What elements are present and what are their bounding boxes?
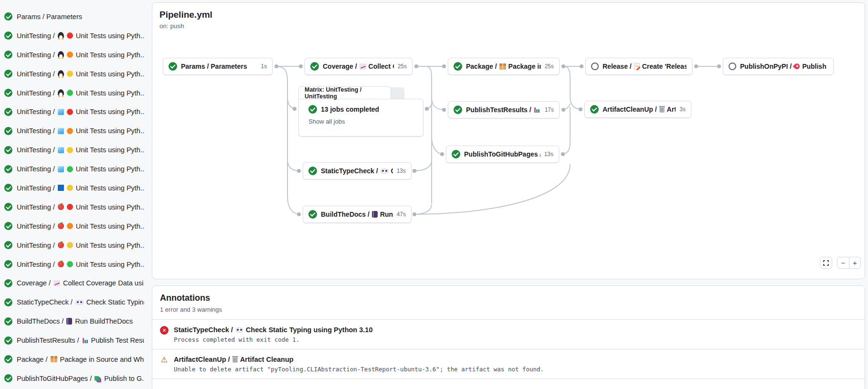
job-label: UnitTesting / [17,89,55,97]
sidebar-job-item[interactable]: UnitTesting /Unit Tests using Pyth... [0,217,144,236]
success-icon [4,165,12,173]
job-node-publish-on-pypi[interactable]: PublishOnPyPI /Publish to ... [723,58,834,75]
job-node-package[interactable]: Package /Package in So... 25s [448,58,560,75]
job-label: Check Static Typing... [86,298,144,306]
sidebar-job-item[interactable]: UnitTesting /Unit Tests using Pyth... [0,179,144,198]
success-icon [310,62,319,71]
job-label: Unit Tests using Pyth... [76,184,144,192]
job-label: UnitTesting / [17,165,55,173]
job-duration: 3s [679,106,686,113]
job-label: UnitTesting / [17,108,55,116]
sidebar-job-item[interactable]: Params / Parameters [0,7,144,26]
layers-icon [95,376,99,380]
matrix-group[interactable]: 13 jobs completed Show all jobs [298,99,423,137]
eyes-icon [381,168,389,174]
coverage-chart-icon [53,280,60,286]
job-label: Unit Tests using Pyth... [76,146,144,154]
job-duration: 25s [398,63,407,70]
job-label: UnitTesting / [17,51,55,59]
python-version-icon [67,32,73,39]
os-icon [58,261,64,267]
success-icon [4,108,12,116]
sidebar-job-item[interactable]: UnitTesting /Unit Tests using Pyth... [0,198,144,217]
workflow-file-title: Pipeline.yml [159,10,212,20]
fullscreen-button[interactable] [820,257,832,269]
sidebar-job-item[interactable]: UnitTesting /Unit Tests using Pyth... [0,84,144,103]
sidebar-job-item[interactable]: UnitTesting /Unit Tests using Pyth... [0,236,144,255]
job-node-static-type-check[interactable]: StaticTypeCheck /Chec... 13s [303,162,412,179]
sidebar-job-item[interactable]: BuildTheDocs /Run BuildTheDocs [0,312,144,331]
sidebar-job-item[interactable]: UnitTesting /Unit Tests using Pyth... [0,64,144,84]
matrix-summary: 13 jobs completed [321,105,379,113]
sidebar-job-item[interactable]: Package /Package in Source and Wh... [0,350,144,369]
os-icon [58,109,64,115]
sidebar-job-item[interactable]: UnitTesting /Unit Tests using Pyth... [0,26,144,45]
job-node-build-the-docs[interactable]: BuildTheDocs /Run Buil... 47s [303,206,412,223]
job-duration: 17s [545,106,554,113]
job-label: UnitTesting / [17,222,55,230]
success-icon [4,317,12,326]
python-version-icon [67,128,73,134]
job-label: Params / Parameters [17,13,82,21]
python-version-icon [67,261,73,267]
package-icon [51,356,57,362]
job-label: Collect Coverage Data usi... [63,279,144,287]
sidebar-job-item[interactable]: UnitTesting /Unit Tests using Pyth... [0,255,144,274]
zoom-controls: − + [837,257,861,269]
job-duration: 13s [544,151,553,158]
os-icon [58,89,64,96]
sidebar-job-item[interactable]: PublishTestResults /Publish Test Resu... [0,331,144,350]
success-icon [454,62,462,71]
job-node-artifact-cleanup[interactable]: ArtifactCleanUp /Artifac... 3s [584,101,691,118]
notebook-icon [66,318,72,325]
skipped-icon [591,63,599,70]
job-label: PublishToGitHubPages / [17,375,92,382]
sidebar-job-item[interactable]: UnitTesting /Unit Tests using Pyth... [0,45,144,64]
matrix-tab[interactable]: Matrix: UnitTesting / UnitTesting [298,86,391,99]
job-label: Unit Tests using Pyth... [76,70,144,78]
os-icon [58,204,64,210]
notebook-icon [372,211,378,218]
job-node-publish-test-results[interactable]: PublishTestResults /Pu... 17s [448,101,560,118]
job-label: UnitTesting / [17,203,55,211]
sidebar-job-item[interactable]: UnitTesting /Unit Tests using Pyth... [0,121,144,140]
os-icon [58,32,64,39]
sidebar-job-item[interactable]: UnitTesting /Unit Tests using Pyth... [0,159,144,179]
zoom-in-button[interactable]: + [849,257,860,268]
sidebar-job-item[interactable]: PublishToGitHubPages /Publish to G... [0,369,144,388]
job-node-release[interactable]: Release /Create 'Release P... [585,58,692,75]
sidebar-job-item[interactable]: Coverage /Collect Coverage Data usi... [0,273,144,293]
job-label: Publish Test Resu... [91,336,144,344]
python-version-icon [67,242,73,248]
bar-chart-icon [82,337,88,344]
success-icon [4,241,12,249]
job-label: UnitTesting / [17,261,55,268]
job-node-publish-to-github-pages[interactable]: PublishToGitHubPages /... 13s [446,146,559,163]
sidebar-job-item[interactable]: UnitTesting /Unit Tests using Pyth... [0,140,144,159]
job-node-coverage[interactable]: Coverage /Collect Cove... 25s [305,58,413,75]
os-icon [58,223,64,229]
annotation-detail: Process completed with exit code 1. [174,336,372,343]
job-label: UnitTesting / [17,32,55,40]
python-version-icon [67,223,73,229]
eyes-icon [75,300,84,305]
success-icon [4,146,12,154]
job-label: Package / [17,356,48,363]
annotations-summary: 1 error and 3 warnings [160,306,855,313]
job-label: Unit Tests using Pyth... [76,51,144,59]
job-label: UnitTesting / [17,184,55,192]
job-duration: 47s [397,211,406,218]
job-label: Unit Tests using Pyth... [76,203,144,211]
fullscreen-icon [823,260,829,266]
sidebar-job-item[interactable]: StaticTypeCheck /Check Static Typing... [0,293,144,312]
job-node-params[interactable]: Params / Parameters 1s [163,58,273,75]
os-icon [58,128,64,134]
show-all-jobs-link[interactable]: Show all jobs [308,118,423,125]
success-icon [4,127,12,135]
job-label: UnitTesting / [17,127,55,135]
package-icon [499,63,506,70]
job-list-sidebar: Params / Parameters UnitTesting /Unit Te… [0,0,144,388]
python-version-icon [67,52,73,58]
zoom-out-button[interactable]: − [837,257,849,268]
sidebar-job-item[interactable]: UnitTesting /Unit Tests using Pyth... [0,102,144,121]
